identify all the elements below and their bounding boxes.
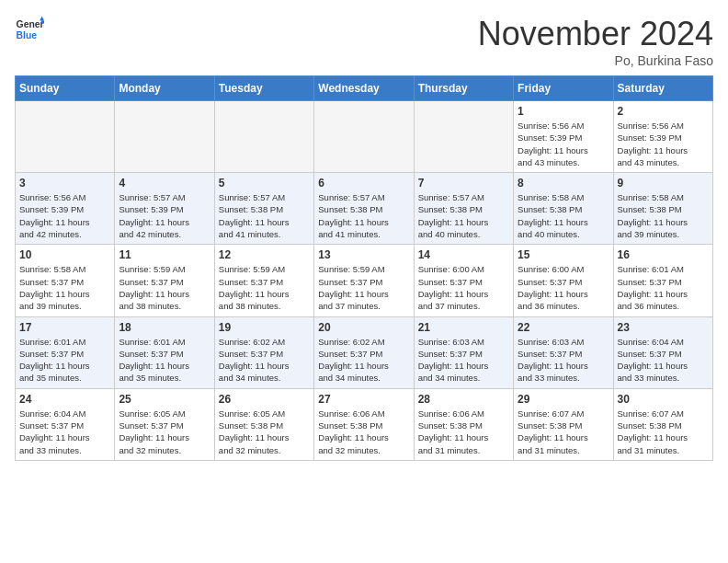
day-info: Sunrise: 5:58 AM Sunset: 5:38 PM Dayligh…	[618, 191, 709, 240]
title-block: November 2024 Po, Burkina Faso	[478, 15, 713, 68]
day-number: 30	[618, 393, 709, 406]
day-info: Sunrise: 6:00 AM Sunset: 5:37 PM Dayligh…	[518, 263, 609, 312]
day-number: 22	[518, 321, 609, 334]
calendar-cell: 9Sunrise: 5:58 AM Sunset: 5:38 PM Daylig…	[613, 173, 712, 245]
day-info: Sunrise: 6:00 AM Sunset: 5:37 PM Dayligh…	[418, 263, 509, 312]
calendar-cell: 30Sunrise: 6:07 AM Sunset: 5:38 PM Dayli…	[613, 388, 712, 460]
calendar-cell	[214, 101, 313, 173]
calendar-cell: 12Sunrise: 5:59 AM Sunset: 5:37 PM Dayli…	[214, 245, 313, 316]
calendar-cell: 21Sunrise: 6:03 AM Sunset: 5:37 PM Dayli…	[414, 316, 513, 388]
day-info: Sunrise: 6:04 AM Sunset: 5:37 PM Dayligh…	[618, 336, 709, 385]
day-info: Sunrise: 6:04 AM Sunset: 5:37 PM Dayligh…	[19, 408, 110, 456]
calendar-cell: 15Sunrise: 6:00 AM Sunset: 5:37 PM Dayli…	[514, 245, 613, 316]
calendar-table: SundayMondayTuesdayWednesdayThursdayFrid…	[15, 75, 713, 461]
svg-marker-2	[40, 17, 44, 21]
day-number: 14	[418, 248, 509, 261]
day-number: 25	[119, 393, 210, 406]
day-number: 21	[418, 321, 509, 334]
day-info: Sunrise: 5:57 AM Sunset: 5:38 PM Dayligh…	[418, 191, 509, 240]
day-info: Sunrise: 6:05 AM Sunset: 5:37 PM Dayligh…	[119, 408, 210, 456]
day-info: Sunrise: 5:58 AM Sunset: 5:37 PM Dayligh…	[19, 263, 110, 312]
day-info: Sunrise: 6:03 AM Sunset: 5:37 PM Dayligh…	[518, 336, 609, 385]
calendar-cell	[314, 101, 414, 173]
calendar-cell: 23Sunrise: 6:04 AM Sunset: 5:37 PM Dayli…	[613, 316, 712, 388]
calendar-cell: 14Sunrise: 6:00 AM Sunset: 5:37 PM Dayli…	[414, 245, 513, 316]
day-number: 20	[318, 321, 409, 334]
day-info: Sunrise: 5:59 AM Sunset: 5:37 PM Dayligh…	[119, 263, 210, 312]
day-info: Sunrise: 5:56 AM Sunset: 5:39 PM Dayligh…	[618, 120, 709, 168]
calendar-week-row: 24Sunrise: 6:04 AM Sunset: 5:37 PM Dayli…	[16, 388, 713, 460]
day-info: Sunrise: 6:03 AM Sunset: 5:37 PM Dayligh…	[418, 336, 509, 385]
day-number: 18	[119, 321, 210, 334]
calendar-cell: 6Sunrise: 5:57 AM Sunset: 5:38 PM Daylig…	[314, 173, 414, 245]
calendar-cell	[414, 101, 513, 173]
calendar-cell: 17Sunrise: 6:01 AM Sunset: 5:37 PM Dayli…	[16, 316, 115, 388]
weekday-header: Wednesday	[314, 76, 414, 101]
svg-marker-3	[41, 20, 44, 23]
weekday-header: Tuesday	[214, 76, 313, 101]
svg-text:General: General	[17, 19, 44, 29]
day-number: 24	[19, 393, 110, 406]
day-info: Sunrise: 5:56 AM Sunset: 5:39 PM Dayligh…	[518, 120, 609, 168]
calendar-week-row: 17Sunrise: 6:01 AM Sunset: 5:37 PM Dayli…	[16, 316, 713, 388]
day-number: 2	[618, 105, 709, 118]
weekday-header: Saturday	[613, 76, 712, 101]
calendar-cell: 13Sunrise: 5:59 AM Sunset: 5:37 PM Dayli…	[314, 245, 414, 316]
day-number: 29	[518, 393, 609, 406]
calendar-cell: 11Sunrise: 5:59 AM Sunset: 5:37 PM Dayli…	[115, 245, 214, 316]
day-info: Sunrise: 5:56 AM Sunset: 5:39 PM Dayligh…	[19, 191, 110, 240]
calendar-cell: 10Sunrise: 5:58 AM Sunset: 5:37 PM Dayli…	[16, 245, 115, 316]
calendar-header-row: SundayMondayTuesdayWednesdayThursdayFrid…	[16, 76, 713, 101]
calendar-cell: 8Sunrise: 5:58 AM Sunset: 5:38 PM Daylig…	[514, 173, 613, 245]
month-title: November 2024	[478, 15, 713, 53]
calendar-cell: 20Sunrise: 6:02 AM Sunset: 5:37 PM Dayli…	[314, 316, 414, 388]
day-number: 10	[19, 248, 110, 261]
day-info: Sunrise: 6:07 AM Sunset: 5:38 PM Dayligh…	[618, 408, 709, 456]
day-number: 13	[318, 248, 409, 261]
calendar-cell: 4Sunrise: 5:57 AM Sunset: 5:39 PM Daylig…	[115, 173, 214, 245]
svg-text:Blue: Blue	[17, 30, 38, 40]
calendar-cell: 18Sunrise: 6:01 AM Sunset: 5:37 PM Dayli…	[115, 316, 214, 388]
calendar-cell: 7Sunrise: 5:57 AM Sunset: 5:38 PM Daylig…	[414, 173, 513, 245]
day-info: Sunrise: 5:58 AM Sunset: 5:38 PM Dayligh…	[518, 191, 609, 240]
calendar-week-row: 3Sunrise: 5:56 AM Sunset: 5:39 PM Daylig…	[16, 173, 713, 245]
calendar-cell: 22Sunrise: 6:03 AM Sunset: 5:37 PM Dayli…	[514, 316, 613, 388]
weekday-header: Sunday	[16, 76, 115, 101]
calendar-cell: 27Sunrise: 6:06 AM Sunset: 5:38 PM Dayli…	[314, 388, 414, 460]
weekday-header: Monday	[115, 76, 214, 101]
day-number: 15	[518, 248, 609, 261]
day-number: 5	[219, 177, 310, 190]
day-info: Sunrise: 6:01 AM Sunset: 5:37 PM Dayligh…	[119, 336, 210, 385]
calendar-cell: 28Sunrise: 6:06 AM Sunset: 5:38 PM Dayli…	[414, 388, 513, 460]
day-number: 28	[418, 393, 509, 406]
day-info: Sunrise: 6:05 AM Sunset: 5:38 PM Dayligh…	[219, 408, 310, 456]
calendar-cell: 2Sunrise: 5:56 AM Sunset: 5:39 PM Daylig…	[613, 101, 712, 173]
day-number: 8	[518, 177, 609, 190]
day-info: Sunrise: 5:57 AM Sunset: 5:38 PM Dayligh…	[219, 191, 310, 240]
day-number: 3	[19, 177, 110, 190]
calendar-week-row: 1Sunrise: 5:56 AM Sunset: 5:39 PM Daylig…	[16, 101, 713, 173]
calendar-cell: 25Sunrise: 6:05 AM Sunset: 5:37 PM Dayli…	[115, 388, 214, 460]
day-info: Sunrise: 6:06 AM Sunset: 5:38 PM Dayligh…	[418, 408, 509, 456]
day-info: Sunrise: 6:07 AM Sunset: 5:38 PM Dayligh…	[518, 408, 609, 456]
day-number: 6	[318, 177, 409, 190]
day-info: Sunrise: 6:01 AM Sunset: 5:37 PM Dayligh…	[618, 263, 709, 312]
calendar-cell: 3Sunrise: 5:56 AM Sunset: 5:39 PM Daylig…	[16, 173, 115, 245]
day-info: Sunrise: 6:01 AM Sunset: 5:37 PM Dayligh…	[19, 336, 110, 385]
calendar-cell	[16, 101, 115, 173]
day-info: Sunrise: 5:57 AM Sunset: 5:39 PM Dayligh…	[119, 191, 210, 240]
day-info: Sunrise: 6:02 AM Sunset: 5:37 PM Dayligh…	[318, 336, 409, 385]
day-info: Sunrise: 6:06 AM Sunset: 5:38 PM Dayligh…	[318, 408, 409, 456]
day-info: Sunrise: 5:57 AM Sunset: 5:38 PM Dayligh…	[318, 191, 409, 240]
day-info: Sunrise: 6:02 AM Sunset: 5:37 PM Dayligh…	[219, 336, 310, 385]
weekday-header: Thursday	[414, 76, 513, 101]
day-number: 11	[119, 248, 210, 261]
calendar-cell: 26Sunrise: 6:05 AM Sunset: 5:38 PM Dayli…	[214, 388, 313, 460]
day-number: 19	[219, 321, 310, 334]
day-number: 16	[618, 248, 709, 261]
calendar-cell: 19Sunrise: 6:02 AM Sunset: 5:37 PM Dayli…	[214, 316, 313, 388]
calendar-cell: 16Sunrise: 6:01 AM Sunset: 5:37 PM Dayli…	[613, 245, 712, 316]
logo: General Blue	[15, 15, 44, 44]
logo-icon: General Blue	[15, 15, 44, 44]
calendar-cell: 24Sunrise: 6:04 AM Sunset: 5:37 PM Dayli…	[16, 388, 115, 460]
